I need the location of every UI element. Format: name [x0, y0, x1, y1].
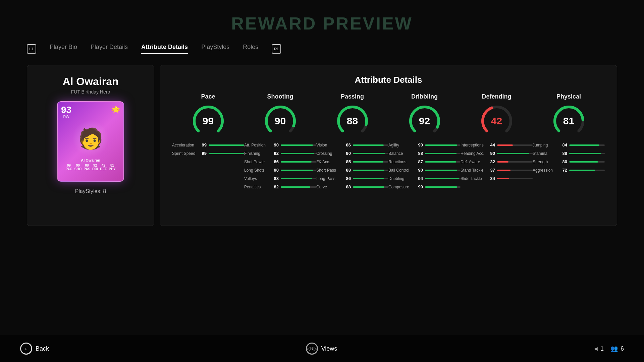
sub-stat-label-shooting-0: Att. Position [244, 143, 269, 147]
sub-stat-value-shooting-4: 88 [271, 176, 279, 181]
stat-bar-track-pace-1 [209, 153, 244, 154]
stat-bar-track-pace-0 [209, 144, 244, 146]
attr-column-defending: Defending42Interceptions44Heading Acc.90… [461, 93, 533, 189]
sub-stat-label-shooting-2: Shot Power [244, 160, 269, 164]
sub-stat-value-shooting-1: 92 [271, 151, 279, 156]
stat-bar-track-passing-2 [353, 161, 388, 163]
sub-stat-value-shooting-3: 90 [271, 168, 279, 173]
tab-playstyles[interactable]: PlayStyles [201, 44, 229, 54]
stat-bar-track-passing-4 [353, 178, 388, 179]
views-label: Views [321, 345, 337, 352]
stat-bar-fill-defending-2 [497, 161, 508, 163]
tab-attribute-details[interactable]: Attribute Details [141, 44, 188, 54]
main-content: Al Owairan FUT Birthday Hero 93 RW 🌟 🧑 A… [27, 65, 617, 226]
stat-bar-fill-dribbling-1 [425, 153, 457, 154]
stat-bar-fill-shooting-1 [281, 153, 314, 154]
stat-bar-fill-shooting-0 [281, 144, 313, 146]
stat-bar-fill-defending-1 [497, 153, 529, 154]
stat-bar-track-shooting-2 [281, 161, 316, 163]
stat-bar-fill-physical-0 [569, 144, 599, 146]
sub-stat-label-shooting-1: Finishing [244, 151, 269, 156]
sub-stat-value-passing-2: 85 [343, 159, 351, 164]
bottom-bar: ○ Back ◁R▷ Views ◀ 1 👥 6 [0, 335, 644, 362]
tabs-bar: L1 Player Bio Player Details Attribute D… [0, 34, 644, 58]
controller-r1: R1 [272, 44, 281, 54]
back-label: Back [36, 345, 49, 352]
tab-player-details[interactable]: Player Details [91, 44, 128, 54]
sub-stats-dribbling: Agility90Balance88Reactions87Ball Contro… [388, 142, 461, 189]
r-button-icon: ◁R▷ [306, 343, 318, 355]
gauge-defending: 42 [480, 104, 514, 138]
sub-stat-label-passing-0: Vision [316, 143, 341, 147]
circle-icon: ○ [20, 343, 32, 355]
stat-bar-track-shooting-0 [281, 144, 316, 146]
sub-stat-label-passing-1: Crossing [316, 151, 341, 156]
card-position: RW [61, 115, 71, 119]
stat-bar-fill-dribbling-5 [425, 186, 457, 188]
stat-bar-fill-dribbling-3 [425, 170, 457, 171]
sub-stat-value-defending-1: 90 [488, 151, 495, 156]
sub-stat-label-passing-3: Short Pass [316, 168, 341, 173]
sub-stat-label-dribbling-2: Reactions [388, 160, 414, 164]
sub-stat-row-defending-1: Heading Acc.90 [461, 151, 533, 156]
sub-stat-value-dribbling-3: 90 [416, 168, 423, 173]
stat-bar-fill-pace-1 [209, 153, 244, 154]
tab-roles[interactable]: Roles [243, 44, 258, 54]
attr-columns: Pace99Acceleration99Sprint Speed99Shooti… [172, 93, 605, 189]
sub-stat-label-shooting-3: Long Shots [244, 168, 269, 173]
stat-bar-track-dribbling-4 [425, 178, 461, 179]
stat-bar-track-defending-0 [497, 144, 533, 146]
sub-stat-label-defending-2: Def. Aware [461, 160, 486, 164]
tab-player-bio[interactable]: Player Bio [50, 44, 77, 54]
sub-stat-row-dribbling-5: Composure90 [388, 184, 461, 189]
stat-bar-fill-shooting-4 [281, 178, 312, 179]
gauge-physical: 81 [552, 104, 586, 138]
group-count: 6 [621, 345, 624, 352]
stat-bar-fill-defending-4 [497, 178, 509, 179]
sub-stat-label-defending-0: Interceptions [461, 143, 486, 147]
sub-stat-label-shooting-5: Penalties [244, 185, 269, 189]
sub-stat-row-defending-4: Slide Tackle34 [461, 176, 533, 181]
sub-stat-value-passing-4: 86 [343, 176, 351, 181]
stat-bar-fill-defending-3 [497, 170, 511, 171]
group-indicator: 👥 6 [610, 345, 624, 352]
gauge-value-pace: 99 [203, 115, 214, 127]
sub-stat-row-shooting-4: Volleys88 [244, 176, 316, 181]
stat-bar-track-dribbling-3 [425, 170, 461, 171]
sub-stats-physical: Jumping84Stamina88Strength80Aggression72 [533, 142, 605, 173]
sub-stat-row-dribbling-4: Dribbling94 [388, 176, 461, 181]
sub-stat-label-physical-2: Strength [533, 160, 558, 164]
sub-stat-row-physical-3: Aggression72 [533, 168, 605, 173]
stat-bar-track-passing-5 [353, 186, 388, 188]
sub-stat-row-passing-2: FK Acc.85 [316, 159, 388, 164]
card-stats-row: 99 PAC 90 SHO 88 PAS 92 DRI 42 DEF [65, 164, 116, 171]
sub-stat-label-defending-1: Heading Acc. [461, 151, 486, 156]
stat-bar-fill-passing-0 [353, 144, 384, 146]
stat-bar-fill-passing-2 [353, 161, 383, 163]
sub-stat-value-shooting-2: 86 [271, 159, 279, 164]
sub-stat-label-dribbling-1: Balance [388, 151, 414, 156]
attr-column-pace: Pace99Acceleration99Sprint Speed99 [172, 93, 244, 189]
views-button[interactable]: ◁R▷ Views [306, 343, 337, 355]
gauge-value-defending: 42 [491, 115, 502, 127]
page-indicator: ◀ 1 [594, 345, 604, 352]
sub-stat-label-defending-4: Slide Tackle [461, 176, 486, 181]
stat-bar-track-dribbling-5 [425, 186, 461, 188]
sub-stat-row-passing-1: Crossing90 [316, 151, 388, 156]
fifa-card: 93 RW 🌟 🧑 Al Owairan 99 PAC 90 SHO 88 PA [57, 101, 124, 182]
sub-stat-row-physical-2: Strength80 [533, 159, 605, 164]
card-stat-phy: 81 PHY [109, 164, 116, 171]
gauge-value-physical: 81 [563, 115, 574, 127]
stat-bar-track-shooting-5 [281, 186, 316, 188]
attr-column-passing: Passing88Vision86Crossing90FK Acc.85Shor… [316, 93, 388, 189]
sub-stat-label-dribbling-0: Agility [388, 143, 414, 147]
back-button[interactable]: ○ Back [20, 343, 49, 355]
card-stat-dri: 92 DRI [92, 164, 98, 171]
stat-bar-track-dribbling-0 [425, 144, 461, 146]
stat-bar-track-dribbling-2 [425, 161, 461, 163]
stat-bar-fill-physical-2 [569, 161, 598, 163]
gauge-shooting: 90 [264, 104, 297, 138]
sub-stat-value-defending-4: 34 [488, 176, 495, 181]
sub-stat-label-passing-4: Long Pass [316, 176, 341, 181]
sub-stat-value-pace-0: 99 [199, 142, 207, 147]
